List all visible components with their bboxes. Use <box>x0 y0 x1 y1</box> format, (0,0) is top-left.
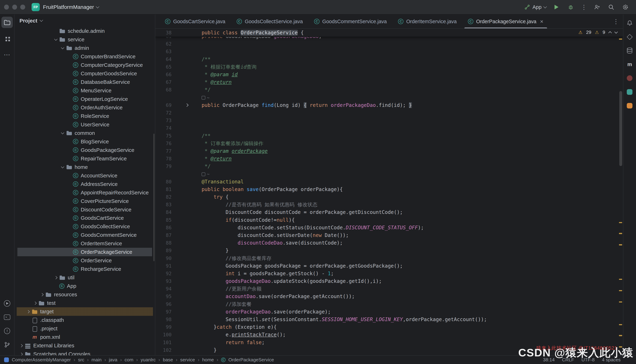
dependencies-button[interactable] <box>623 85 636 99</box>
line-number[interactable]: 86 <box>155 224 171 232</box>
line-number[interactable]: 96 <box>155 300 171 308</box>
tree-item-schedule-admin[interactable]: schedule.admin <box>15 27 155 35</box>
code-line[interactable]: 75/** <box>155 132 623 140</box>
previous-problem-icon[interactable] <box>608 31 612 34</box>
tree-item-app[interactable]: CApp <box>15 282 155 290</box>
breadcrumb-item[interactable]: main <box>92 357 102 362</box>
project-tree-scrollbar[interactable] <box>153 134 155 261</box>
tab-orderitemservice-java[interactable]: COrderItemService.java <box>392 14 462 28</box>
tree-item-external-libraries[interactable]: External Libraries <box>15 341 155 350</box>
tab-orderpackageservice-java[interactable]: COrderPackageService.java× <box>462 14 549 28</box>
tree-item-home[interactable]: home <box>15 163 155 171</box>
problems-tool-window-button[interactable]: ! <box>2 325 13 336</box>
tree-item-common[interactable]: common <box>15 129 155 137</box>
chevron-right-icon[interactable] <box>52 273 59 282</box>
line-number[interactable]: 79 <box>155 162 171 170</box>
line-number[interactable]: 68 <box>155 86 171 94</box>
tree-item-accountservice[interactable]: CAccountService <box>15 171 155 180</box>
line-number[interactable]: 81 <box>155 186 171 193</box>
plugins-button[interactable] <box>623 99 636 113</box>
project-panel-header[interactable]: Project <box>15 14 155 27</box>
code-line[interactable]: 90 //修改商品套餐库存 <box>155 254 623 262</box>
inlay-hint-line[interactable]: ~ <box>155 94 623 101</box>
code-line[interactable]: 79 */ <box>155 162 623 170</box>
code-line[interactable]: 38public class OrderPackageService { <box>155 29 623 36</box>
line-number[interactable]: 72 <box>155 109 171 116</box>
tree-item-computercategoryservice[interactable]: CComputerCategoryService <box>15 61 155 69</box>
breadcrumb-item[interactable]: com <box>125 357 133 362</box>
tree-item-discountcodeservice[interactable]: CDiscountCodeService <box>15 206 155 214</box>
fold-icon[interactable] <box>183 101 191 109</box>
line-number[interactable]: 64 <box>155 56 171 63</box>
structure-tool-window-button[interactable] <box>2 33 13 44</box>
code-line[interactable]: 97 orderPackageDao.save(orderPackage); <box>155 308 623 316</box>
tree-item-util[interactable]: util <box>15 273 155 282</box>
breadcrumb-item[interactable]: ComputerAssemblyManager <box>12 357 71 362</box>
notifications-button[interactable] <box>623 16 636 30</box>
line-number[interactable]: 82 <box>155 193 171 201</box>
chevron-right-icon[interactable] <box>25 307 32 316</box>
line-number[interactable]: 76 <box>155 140 171 147</box>
code-line[interactable]: 72 <box>155 109 623 116</box>
tree-item-menuservice[interactable]: CMenuService <box>15 86 155 95</box>
line-number[interactable]: 97 <box>155 308 171 316</box>
next-problem-icon[interactable] <box>614 30 618 34</box>
line-number[interactable]: 91 <box>155 262 171 270</box>
code-line[interactable]: 64/** <box>155 56 623 63</box>
code-line[interactable]: 74 <box>155 124 623 132</box>
line-number[interactable]: 69 <box>155 101 171 109</box>
code-line[interactable]: 77 * @param orderPackage <box>155 147 623 155</box>
chevron-down-icon[interactable] <box>59 163 66 171</box>
tree-item-appointrepairrecord-service[interactable]: CAppointRepairRecord​Service <box>15 188 155 197</box>
maximize-window-icon[interactable] <box>20 4 25 10</box>
line-number[interactable] <box>155 94 171 101</box>
line-number[interactable]: 83 <box>155 201 171 208</box>
code-line[interactable]: 62 <box>155 40 623 48</box>
more-tool-windows-button[interactable]: ⋯ <box>2 49 13 60</box>
tree-item-pom-xml[interactable]: mpom.xml <box>15 333 155 341</box>
code-line[interactable]: 67 * @return <box>155 78 623 86</box>
project-tool-window-button[interactable] <box>2 17 13 28</box>
editor[interactable]: 38public class OrderPackageService { 61p… <box>155 29 623 355</box>
breadcrumb-item[interactable]: yuanlrc <box>141 357 156 362</box>
breadcrumb-item[interactable]: java <box>109 357 117 362</box>
tree-item-target[interactable]: target <box>15 307 155 316</box>
code-line[interactable]: 66 * @param id <box>155 71 623 78</box>
line-number[interactable]: 63 <box>155 48 171 55</box>
chevron-right-icon[interactable] <box>32 299 39 307</box>
tree-item-scratches-and-consoles[interactable]: Scratches and Consoles <box>15 350 155 355</box>
tree-item-rechargeservice[interactable]: CRechargeService <box>15 265 155 273</box>
tab-options-icon[interactable]: ⋮ <box>613 14 619 28</box>
code-line[interactable]: 84 DiscountCode discountCode = orderPack… <box>155 208 623 216</box>
tree-item-goodscartservice[interactable]: CGoodsCartService <box>15 214 155 222</box>
tree-item-repairteamservice[interactable]: CRepairTeamService <box>15 154 155 163</box>
line-number[interactable]: 98 <box>155 316 171 323</box>
line-number[interactable]: 66 <box>155 71 171 78</box>
close-icon[interactable]: × <box>540 18 543 25</box>
inlay-hint-line[interactable]: ~ <box>155 170 623 178</box>
tree-item-userservice[interactable]: CUserService <box>15 120 155 129</box>
code-line[interactable]: 86 discountCode.setStatus(DiscountCode.D… <box>155 224 623 232</box>
tree-item-project[interactable]: .project <box>15 324 155 333</box>
tab-goodscartservice-java[interactable]: CGoodsCartService.java <box>159 14 231 28</box>
line-number[interactable]: 99 <box>155 323 171 331</box>
code-line[interactable]: 69public OrderPackage find(Long id) { re… <box>155 101 623 109</box>
breadcrumb-item[interactable]: src <box>78 357 84 362</box>
code-line[interactable]: 65 * 根据订单套餐id查询 <box>155 63 623 71</box>
close-window-icon[interactable] <box>4 4 9 10</box>
tree-item-service[interactable]: service <box>15 35 155 44</box>
code-line[interactable]: 100 e.printStackTrace(); <box>155 331 623 338</box>
code-line[interactable]: 80@Transactional <box>155 178 623 186</box>
tree-item-addressservice[interactable]: CAddressService <box>15 180 155 188</box>
code-line[interactable]: 85 if(discountCode!=null){ <box>155 216 623 224</box>
breadcrumb-item[interactable]: service <box>180 357 195 362</box>
gradle-button[interactable] <box>623 71 636 85</box>
tree-item-goodscommentservice[interactable]: CGoodsCommentService <box>15 231 155 239</box>
line-number[interactable]: 65 <box>155 63 171 71</box>
line-number[interactable]: 102 <box>155 346 171 354</box>
maven-button[interactable]: m <box>623 58 636 72</box>
line-number[interactable]: 62 <box>155 40 171 48</box>
tree-item-blogservice[interactable]: CBlogService <box>15 137 155 146</box>
code-line[interactable]: 83 //是否有优惠码 如果有优惠码 修改状态 <box>155 201 623 208</box>
tree-item-operaterlogservice[interactable]: COperaterLogService <box>15 95 155 103</box>
